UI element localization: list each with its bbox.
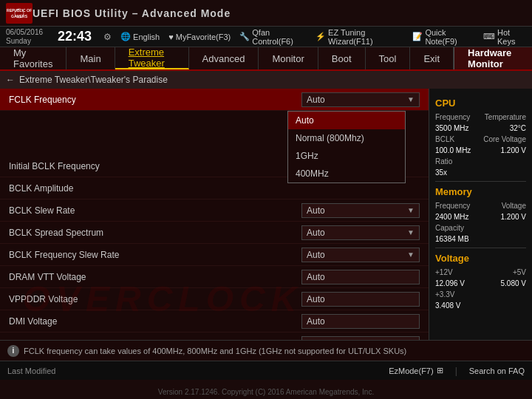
- bclk-freq-slew-row: BCLK Frequency Slew Rate Auto: [0, 244, 429, 266]
- vppddr-input[interactable]: Auto: [301, 292, 420, 307]
- mem-cap-value: 16384 MB: [435, 235, 469, 243]
- dropdown-option-1ghz[interactable]: 1GHz: [288, 147, 405, 165]
- ez-tuning-btn[interactable]: ⚡ EZ Tuning Wizard(F11): [316, 28, 403, 46]
- svg-rect-0: [6, 3, 33, 24]
- back-arrow-icon[interactable]: ←: [6, 75, 15, 85]
- language-selector[interactable]: 🌐 English: [120, 32, 160, 41]
- cpu-temp-value: 32°C: [510, 124, 526, 132]
- ez-mode-btn[interactable]: EzMode(F7) ⊞: [389, 366, 443, 376]
- fclk-row: FCLK Frequency Auto: [0, 89, 429, 111]
- dram-vtt-row: DRAM VTT Voltage Auto: [0, 266, 429, 288]
- v33-value: 3.408 V: [435, 301, 460, 310]
- dmi-voltage-input[interactable]: Auto: [301, 314, 420, 329]
- info-bottom-bar: i FCLK frequency can take values of 400M…: [0, 340, 532, 361]
- core-volt-label: Core Voltage: [483, 135, 526, 143]
- mem-freq-value-row: 2400 MHz 1.200 V: [435, 213, 526, 221]
- hot-keys-btn[interactable]: ⌨ Hot Keys: [483, 28, 526, 46]
- dmi-voltage-row: DMI Voltage Auto: [0, 310, 429, 332]
- info-bar: 06/05/2016 Sunday 22:43 ⚙ 🌐 English ♥ My…: [0, 27, 532, 47]
- day-label: Sunday: [6, 37, 43, 46]
- language-label: English: [133, 33, 160, 41]
- dmi-voltage-label: DMI Voltage: [9, 316, 301, 327]
- v12-value-row: 12.096 V 5.080 V: [435, 279, 526, 287]
- mem-cap-label: Capacity: [435, 224, 464, 232]
- v33-label: +3.3V: [435, 290, 454, 299]
- globe-icon: 🌐: [120, 32, 131, 41]
- bclk-spread-dropdown[interactable]: Auto: [301, 225, 420, 240]
- core-pll-row: Core PLL Voltage Auto: [0, 332, 429, 340]
- voltage-section-title: Voltage: [435, 253, 526, 264]
- ratio-value-row: 35x: [435, 168, 526, 177]
- tab-advanced[interactable]: Advanced: [189, 47, 259, 69]
- v5-value: 5.080 V: [501, 279, 526, 287]
- mem-freq-value: 2400 MHz: [435, 213, 469, 221]
- bclk-slew-rate-label: BCLK Slew Rate: [9, 205, 301, 216]
- ratio-label: Ratio: [435, 157, 452, 166]
- bclk-slew-rate-dropdown[interactable]: Auto: [301, 203, 420, 218]
- tune-icon: ⚡: [316, 32, 326, 41]
- key-icon: ⌨: [483, 32, 495, 41]
- info-text: FCLK frequency can take values of 400MHz…: [24, 347, 406, 355]
- v12-value: 12.096 V: [435, 279, 465, 287]
- tab-monitor[interactable]: Monitor: [259, 47, 318, 69]
- v5-label: +5V: [513, 268, 526, 276]
- quick-note-btn[interactable]: 📝 Quick Note(F9): [412, 28, 474, 46]
- bios-header: REPUBLIC OF GAMERS UEFI BIOS Utility – A…: [0, 0, 532, 27]
- bclk-slew-rate-row: BCLK Slew Rate Auto: [0, 200, 429, 222]
- vppddr-label: VPPDDR Voltage: [9, 294, 301, 304]
- memory-section-title: Memory: [435, 186, 526, 197]
- bclk-freq-slew-dropdown[interactable]: Auto: [301, 248, 420, 262]
- mem-freq-label: Frequency: [435, 202, 470, 210]
- dropdown-option-normal[interactable]: Normal (800Mhz): [288, 129, 405, 147]
- info-icon: i: [7, 345, 19, 357]
- core-volt-value: 1.200 V: [501, 146, 526, 154]
- bclk-hw-label: BCLK: [435, 135, 454, 143]
- ratio-value: 35x: [435, 168, 447, 177]
- footer-last-modified: Last Modified: [7, 366, 55, 375]
- footer: Last Modified EzMode(F7) ⊞ | Search on F…: [0, 361, 532, 380]
- bclk-value-row: 100.0 MHz 1.200 V: [435, 146, 526, 154]
- bclk-label-row: BCLK Core Voltage: [435, 135, 526, 143]
- bclk-spread-label: BCLK Spread Spectrum: [9, 228, 301, 238]
- mem-freq-label-row: Frequency Voltage: [435, 202, 526, 210]
- fclk-label: FCLK Frequency: [9, 95, 301, 105]
- tab-extreme-tweaker[interactable]: Extreme Tweaker: [115, 47, 189, 69]
- mem-volt-label: Voltage: [502, 202, 526, 210]
- v33-label-row: +3.3V: [435, 290, 526, 299]
- v12-label-row: +12V +5V: [435, 268, 526, 276]
- tab-main[interactable]: Main: [66, 47, 115, 69]
- clock: 22:43: [58, 29, 92, 44]
- tab-favorites[interactable]: My Favorites: [0, 47, 66, 69]
- bclk-spread-row: BCLK Spread Spectrum Auto: [0, 222, 429, 244]
- search-faq-label: Search on FAQ: [469, 366, 525, 375]
- divider-2: [435, 248, 526, 248]
- header-title: UEFI BIOS Utility – Advanced Mode: [33, 7, 231, 19]
- qfan-btn[interactable]: 🔧 Qfan Control(F6): [239, 28, 307, 46]
- fclk-dropdown[interactable]: Auto: [301, 92, 420, 107]
- core-pll-label: Core PLL Voltage: [9, 338, 301, 341]
- bclk-hw-value: 100.0 MHz: [435, 146, 471, 154]
- ratio-label-row: Ratio: [435, 157, 526, 166]
- fclk-dropdown-menu: Auto Normal (800Mhz) 1GHz 400MHz: [287, 111, 406, 183]
- search-faq-btn[interactable]: Search on FAQ: [469, 366, 525, 376]
- core-pll-input[interactable]: Auto: [301, 336, 420, 341]
- ez-mode-label: EzMode(F7): [389, 366, 434, 375]
- mem-cap-value-row: 16384 MB: [435, 235, 526, 243]
- nav-bar: My Favorites Main Extreme Tweaker Advanc…: [0, 47, 532, 71]
- gear-icon: ⚙: [103, 32, 112, 42]
- dram-vtt-input[interactable]: Auto: [301, 270, 420, 284]
- fan-icon: 🔧: [239, 32, 250, 41]
- my-favorite-btn[interactable]: ♥ MyFavorite(F3): [168, 33, 231, 41]
- heart-icon: ♥: [168, 33, 174, 41]
- tab-hw-monitor[interactable]: Hardware Monitor: [454, 47, 532, 69]
- tab-boot[interactable]: Boot: [318, 47, 366, 69]
- dropdown-option-400mhz[interactable]: 400MHz: [288, 165, 405, 183]
- vppddr-row: VPPDDR Voltage Auto: [0, 288, 429, 310]
- dropdown-option-auto[interactable]: Auto: [288, 112, 405, 129]
- breadcrumb: ← Extreme Tweaker\Tweaker's Paradise: [0, 71, 532, 89]
- tab-tool[interactable]: Tool: [366, 47, 411, 69]
- v33-value-row: 3.408 V: [435, 301, 526, 310]
- tab-exit[interactable]: Exit: [410, 47, 454, 69]
- cpu-freq-value: 3500 MHz: [435, 124, 469, 132]
- mem-cap-label-row: Capacity: [435, 224, 526, 232]
